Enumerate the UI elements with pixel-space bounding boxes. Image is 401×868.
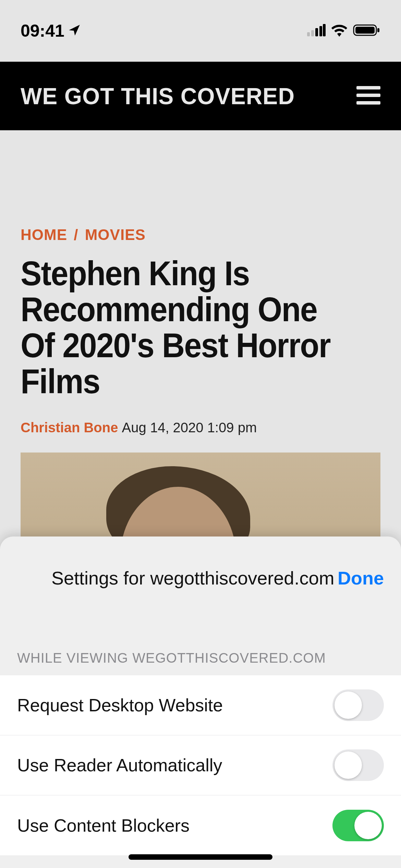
svg-rect-1 <box>311 30 314 36</box>
status-time: 09:41 <box>21 21 81 41</box>
breadcrumb-separator: / <box>74 226 78 243</box>
status-right <box>307 24 380 38</box>
toggle-content-blockers[interactable] <box>332 810 384 841</box>
sheet-header: Settings for wegotthiscovered.com Done <box>0 537 401 589</box>
location-arrow-icon <box>68 21 81 41</box>
row-request-desktop[interactable]: Request Desktop Website <box>0 675 401 735</box>
done-button[interactable]: Done <box>338 567 384 589</box>
svg-rect-4 <box>323 24 326 36</box>
section-header-while-viewing: WHILE VIEWING WEGOTTHISCOVERED.COM <box>0 589 401 675</box>
svg-rect-8 <box>356 86 380 89</box>
wifi-icon <box>330 24 348 38</box>
svg-rect-7 <box>377 28 379 32</box>
battery-icon <box>353 24 380 38</box>
byline: Christian Bone Aug 14, 2020 1:09 pm <box>21 420 380 435</box>
status-time-text: 09:41 <box>21 21 64 41</box>
row-label: Request Desktop Website <box>17 695 223 715</box>
status-bar: 09:41 <box>0 0 401 62</box>
svg-rect-2 <box>315 28 318 36</box>
row-reader-auto[interactable]: Use Reader Automatically <box>0 735 401 795</box>
svg-rect-9 <box>356 94 380 97</box>
sheet-title: Settings for wegotthiscovered.com <box>51 567 334 589</box>
settings-group-viewing: Request Desktop Website Use Reader Autom… <box>0 675 401 855</box>
row-label: Use Content Blockers <box>17 815 190 836</box>
cellular-icon <box>307 24 326 38</box>
breadcrumb[interactable]: HOME / MOVIES <box>21 226 380 243</box>
row-label: Use Reader Automatically <box>17 755 222 775</box>
svg-rect-10 <box>356 101 380 105</box>
toggle-reader-auto[interactable] <box>332 749 384 781</box>
hamburger-menu-icon[interactable] <box>356 86 380 106</box>
ad-space <box>21 130 380 226</box>
svg-rect-3 <box>319 26 322 36</box>
toggle-request-desktop[interactable] <box>332 689 384 721</box>
article-title: Stephen King Is Recommending One Of 2020… <box>21 255 352 399</box>
site-settings-sheet: Settings for wegotthiscovered.com Done W… <box>0 537 401 868</box>
publish-date: Aug 14, 2020 1:09 pm <box>122 420 257 435</box>
svg-rect-6 <box>355 27 375 34</box>
site-logo[interactable]: WE GOT THIS COVERED <box>21 82 295 110</box>
breadcrumb-home[interactable]: HOME <box>21 226 67 243</box>
svg-rect-0 <box>307 32 310 36</box>
home-indicator[interactable] <box>129 854 272 860</box>
author-name[interactable]: Christian Bone <box>21 420 118 435</box>
site-header: WE GOT THIS COVERED <box>0 62 401 130</box>
row-content-blockers[interactable]: Use Content Blockers <box>0 795 401 855</box>
breadcrumb-category[interactable]: MOVIES <box>85 226 146 243</box>
